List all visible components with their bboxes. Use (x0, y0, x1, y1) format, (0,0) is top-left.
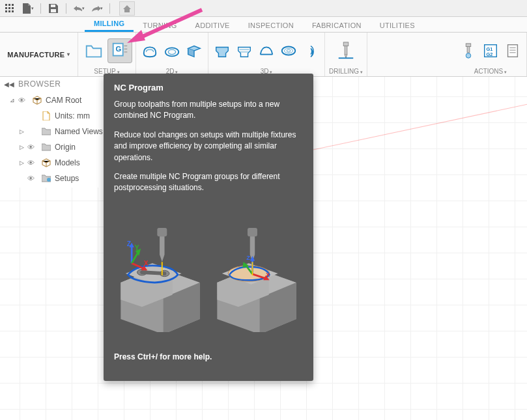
svg-rect-5 (12, 7, 14, 9)
svg-rect-6 (5, 10, 7, 12)
svg-text:Y: Y (135, 244, 139, 251)
svg-point-33 (47, 178, 51, 182)
svg-rect-4 (8, 7, 10, 9)
save-icon[interactable] (48, 3, 59, 14)
home-tab-button[interactable] (119, 1, 135, 16)
new-file-icon[interactable]: ▾ (22, 3, 34, 14)
svg-rect-8 (12, 10, 14, 12)
node-label: CAM Root (46, 96, 81, 105)
tooltip-para: Create multiple NC Program groups for di… (114, 171, 303, 194)
svg-point-20 (287, 49, 291, 52)
node-label: Named Views (55, 127, 103, 136)
group-2d: 2D (136, 33, 208, 76)
svg-text:Z: Z (127, 240, 131, 247)
2d-pocket-button[interactable] (162, 41, 182, 61)
ribbon-tabs: MILLING TURNING ADDITIVE INSPECTION FABR… (0, 17, 527, 33)
2d-adaptive-button[interactable] (140, 41, 160, 61)
svg-rect-21 (343, 42, 349, 46)
svg-point-16 (165, 48, 178, 56)
tab-inspection[interactable]: INSPECTION (239, 19, 303, 32)
node-icon (31, 96, 43, 105)
node-icon (40, 143, 52, 151)
svg-point-25 (466, 53, 470, 58)
gcode-button[interactable]: G1G2 (481, 41, 500, 61)
visibility-eye-icon[interactable]: 👁 (27, 175, 38, 182)
svg-rect-1 (8, 4, 10, 6)
svg-rect-50 (250, 236, 255, 255)
svg-rect-29 (508, 45, 518, 57)
group-label[interactable]: DRILLING (329, 66, 363, 75)
svg-rect-22 (345, 46, 347, 55)
setup-sheet-button[interactable] (503, 41, 522, 61)
browser-row[interactable]: ▷👁Models (0, 155, 117, 171)
svg-rect-49 (248, 228, 257, 236)
svg-rect-10 (51, 5, 55, 7)
expand-arrow-icon[interactable]: ⊿ (9, 97, 16, 104)
group-actions: G1G2 ACTIONS (455, 33, 527, 76)
svg-rect-9 (51, 9, 56, 12)
redo-icon[interactable]: ▾ (91, 3, 103, 14)
svg-text:X: X (266, 271, 270, 277)
svg-rect-36 (157, 228, 167, 236)
tab-additive[interactable]: ADDITIVE (186, 19, 239, 32)
tooltip-title: NC Program (114, 83, 303, 92)
svg-rect-24 (467, 47, 470, 53)
tab-milling[interactable]: MILLING (85, 17, 134, 32)
visibility-eye-icon[interactable]: 👁 (18, 96, 29, 104)
node-label: Setups (55, 174, 79, 183)
svg-point-18 (282, 47, 295, 55)
expand-arrow-icon[interactable]: ▷ (18, 144, 25, 150)
apps-grid-icon[interactable] (4, 3, 16, 14)
browser-row[interactable]: 👁Setups (0, 171, 117, 186)
3d-op1-button[interactable] (212, 41, 232, 61)
undo-icon[interactable]: ▾ (73, 3, 85, 14)
setup-folder-button[interactable] (82, 39, 106, 63)
svg-rect-23 (466, 44, 470, 47)
separator (109, 3, 110, 14)
2d-face-button[interactable] (184, 41, 204, 61)
svg-rect-0 (5, 4, 7, 6)
3d-op4-button[interactable] (279, 41, 298, 61)
svg-text:G2: G2 (487, 51, 493, 57)
tooltip-para: Group toolpaths from multiple setups int… (114, 99, 303, 122)
node-icon (40, 111, 52, 120)
collapse-browser-icon[interactable]: ◀◀ (4, 81, 14, 88)
svg-point-17 (168, 49, 175, 54)
expand-arrow-icon[interactable]: ▷ (18, 160, 25, 166)
svg-rect-7 (8, 10, 10, 12)
svg-point-19 (285, 48, 293, 53)
nc-program-tooltip: NC Program Group toolpaths from multiple… (104, 74, 313, 381)
browser-panel: ◀◀ BROWSER ⊿👁CAM RootUnits: mm▷Named Vie… (0, 77, 117, 188)
node-icon (40, 158, 52, 167)
tab-turning[interactable]: TURNING (134, 19, 186, 32)
browser-row[interactable]: ▷👁Origin (0, 139, 117, 155)
group-drilling: DRILLING (325, 33, 367, 76)
separator (66, 3, 66, 14)
svg-rect-3 (5, 7, 7, 9)
expand-arrow-icon[interactable]: ▷ (18, 128, 25, 135)
browser-row[interactable]: ⊿👁CAM Root (0, 92, 117, 108)
nc-program-button[interactable]: G (108, 39, 132, 63)
3d-op5-button[interactable] (301, 41, 320, 61)
visibility-eye-icon[interactable]: 👁 (27, 143, 38, 151)
svg-text:G: G (115, 45, 121, 53)
group-label[interactable]: ACTIONS (474, 66, 507, 75)
3d-op2-button[interactable] (235, 41, 254, 61)
post-process-button[interactable] (459, 41, 478, 61)
node-label: Units: mm (55, 111, 90, 120)
group-setup: G SETUP (78, 33, 136, 76)
group-3d: 3D (208, 33, 325, 76)
node-label: Models (55, 158, 80, 167)
browser-row[interactable]: Units: mm (0, 108, 117, 124)
workspace-selector[interactable]: MANUFACTURE (0, 33, 78, 76)
drill-button[interactable] (334, 39, 358, 63)
tooltip-illustration: Z X Y Z X (114, 202, 303, 345)
svg-text:X: X (144, 260, 149, 267)
node-icon (40, 128, 52, 135)
visibility-eye-icon[interactable]: 👁 (27, 159, 38, 167)
tooltip-help: Press Ctrl+/ for more help. (114, 352, 303, 363)
tab-fabrication[interactable]: FABRICATION (303, 19, 371, 32)
tab-utilities[interactable]: UTILITIES (371, 19, 424, 32)
3d-op3-button[interactable] (257, 41, 276, 61)
browser-row[interactable]: ▷Named Views (0, 124, 117, 139)
